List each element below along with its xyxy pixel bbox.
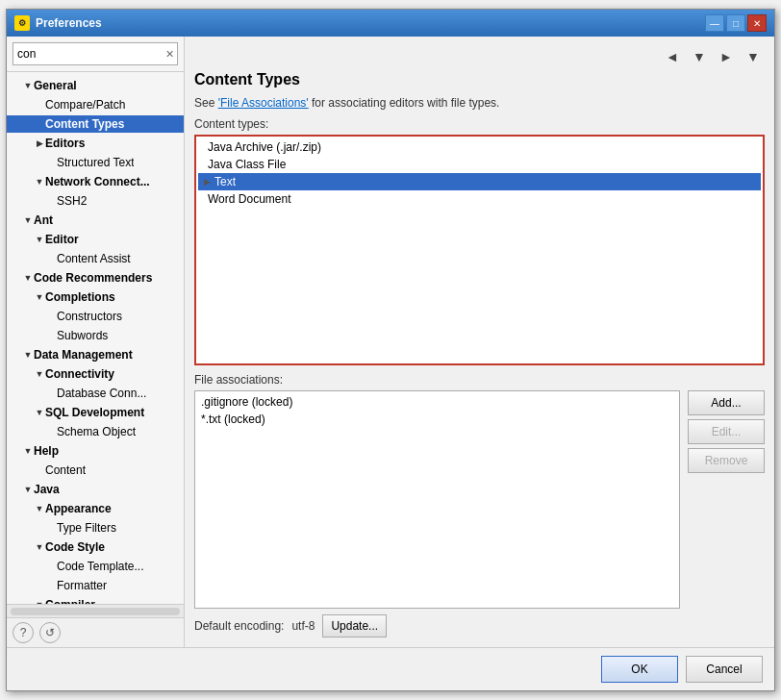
tree-item-constructors: Constructors: [7, 307, 184, 326]
tree-row-db-conn[interactable]: Database Conn...: [7, 385, 184, 402]
tree-row-compiler[interactable]: ▼ Compiler: [7, 596, 184, 604]
help-icon-button[interactable]: ?: [13, 622, 34, 643]
toggle-icon-type-filters: [45, 522, 57, 534]
content-type-item-class[interactable]: Java Class File: [198, 156, 761, 173]
toggle-icon-appearance: ▼: [34, 503, 45, 514]
search-container: ✕: [7, 37, 184, 72]
cancel-button[interactable]: Cancel: [686, 656, 763, 683]
tree-row-formatter[interactable]: Formatter: [7, 577, 184, 594]
tree-item-connectivity: ▼ Connectivity: [7, 364, 184, 384]
tree-item-ant: ▼ Ant: [7, 211, 184, 230]
file-associations-link[interactable]: 'File Associations': [218, 96, 309, 110]
title-bar-controls: — □ ✕: [705, 14, 767, 32]
update-encoding-button[interactable]: Update...: [322, 614, 387, 638]
menu-dropdown-button[interactable]: ▼: [742, 46, 765, 67]
tree-row-subwords[interactable]: Subwords: [7, 327, 184, 344]
left-panel: ✕ ▼ General: [7, 37, 185, 647]
tree-row-network[interactable]: ▼ Network Connect...: [7, 173, 184, 190]
toggle-icon-formatter: [45, 580, 57, 591]
toggle-icon-sql: ▼: [34, 407, 45, 418]
tree-label-help: Help: [34, 444, 59, 458]
window-title: Preferences: [36, 16, 102, 30]
ok-button[interactable]: OK: [601, 656, 678, 683]
tree-row-code-template[interactable]: Code Template...: [7, 558, 184, 575]
tree-row-ant-editor[interactable]: ▼ Editor: [7, 231, 184, 248]
tree-row-compare[interactable]: Compare/Patch: [7, 96, 184, 113]
tree-label-ant-editor: Editor: [45, 233, 79, 246]
minimize-button[interactable]: —: [705, 14, 724, 32]
tree-label-content-types: Content Types: [45, 117, 124, 131]
tree-row-help[interactable]: ▼ Help: [7, 442, 184, 460]
toggle-icon-content-types: [34, 118, 45, 130]
tree-label-type-filters: Type Filters: [57, 521, 116, 535]
title-bar: ⚙ Preferences — □ ✕: [7, 10, 774, 37]
panel-description: See 'File Associations' for associating …: [194, 96, 765, 110]
content-type-toggle-text: ▶: [204, 177, 211, 187]
tree-row-editors[interactable]: ▶ Editors: [7, 135, 184, 152]
remove-button[interactable]: Remove: [688, 448, 765, 473]
file-assoc-list[interactable]: .gitignore (locked) *.txt (locked): [194, 390, 680, 609]
tree-item-sql: ▼ SQL Development: [7, 403, 184, 422]
tree-row-code-recommenders[interactable]: ▼ Code Recommenders: [7, 269, 184, 287]
tree-label-db-conn: Database Conn...: [57, 387, 146, 400]
content-type-item-jar[interactable]: Java Archive (.jar/.zip): [198, 138, 761, 156]
tree-label-connectivity: Connectivity: [45, 367, 114, 381]
search-wrapper: ✕: [13, 42, 178, 65]
tree-row-structured-text[interactable]: Structured Text: [7, 154, 184, 171]
dialog-footer: OK Cancel: [7, 647, 774, 690]
tree-row-help-content[interactable]: Content: [7, 462, 184, 479]
maximize-button[interactable]: □: [726, 14, 745, 32]
add-button[interactable]: Add...: [688, 390, 765, 415]
search-input[interactable]: [13, 42, 178, 65]
tree-row-sql[interactable]: ▼ SQL Development: [7, 404, 184, 421]
toggle-icon-ssh2: [45, 195, 57, 207]
back-button[interactable]: ◄: [661, 46, 684, 67]
file-assoc-item-gitignore[interactable]: .gitignore (locked): [197, 393, 677, 411]
tree-row-content-types[interactable]: Content Types: [7, 115, 184, 133]
close-button[interactable]: ✕: [747, 14, 767, 32]
toggle-icon-editors: ▶: [34, 138, 45, 149]
file-assoc-section: File associations: .gitignore (locked) *…: [194, 373, 765, 609]
tree-item-schema: Schema Object: [7, 422, 184, 441]
tree-row-ant[interactable]: ▼ Ant: [7, 212, 184, 229]
tree-row-constructors[interactable]: Constructors: [7, 308, 184, 325]
content-type-item-word[interactable]: Word Document: [198, 190, 761, 208]
tree-item-code-template: Code Template...: [7, 557, 184, 576]
file-assoc-item-txt[interactable]: *.txt (locked): [197, 411, 677, 428]
content-types-box[interactable]: Java Archive (.jar/.zip) Java Class File…: [194, 135, 765, 365]
horizontal-scrollbar[interactable]: [7, 604, 184, 617]
tree-item-editors: ▶ Editors: [7, 134, 184, 153]
encoding-value: utf-8: [291, 619, 315, 633]
tree-row-connectivity[interactable]: ▼ Connectivity: [7, 365, 184, 383]
content-type-label-jar: Java Archive (.jar/.zip): [208, 140, 321, 154]
tree-row-schema[interactable]: Schema Object: [7, 423, 184, 440]
tree-row-ssh2[interactable]: SSH2: [7, 192, 184, 210]
content-types-label: Content types:: [194, 117, 765, 131]
toggle-icon-content-assist: [45, 253, 57, 264]
toggle-icon-data-mgmt: ▼: [22, 349, 34, 361]
tree-row-general[interactable]: ▼ General: [7, 77, 184, 94]
toggle-icon-code-template: [45, 561, 57, 572]
encoding-label: Default encoding:: [194, 619, 284, 633]
tree-row-java[interactable]: ▼ Java: [7, 481, 184, 498]
window-icon: ⚙: [14, 15, 30, 31]
edit-button[interactable]: Edit...: [688, 419, 765, 444]
search-clear-icon[interactable]: ✕: [165, 48, 174, 61]
tree-row-content-assist[interactable]: Content Assist: [7, 250, 184, 267]
tree-label-content-assist: Content Assist: [57, 252, 131, 265]
toggle-icon-ant: ▼: [22, 214, 34, 226]
restore-defaults-button[interactable]: ↺: [39, 622, 61, 643]
tree-container[interactable]: ▼ General Compare/Patch: [7, 72, 184, 604]
tree-row-type-filters[interactable]: Type Filters: [7, 519, 184, 537]
tree-row-completions[interactable]: ▼ Completions: [7, 288, 184, 306]
tree-row-data-mgmt[interactable]: ▼ Data Management: [7, 346, 184, 363]
tree-row-code-style[interactable]: ▼ Code Style: [7, 538, 184, 556]
content-type-label-class: Java Class File: [208, 158, 286, 171]
scrollbar-track: [11, 608, 180, 615]
content-type-item-text[interactable]: ▶ Text: [198, 173, 761, 190]
tree-label-java: Java: [34, 483, 60, 496]
forward-button[interactable]: ►: [715, 46, 738, 67]
tree-row-appearance[interactable]: ▼ Appearance: [7, 500, 184, 517]
toggle-icon-compare: [34, 99, 45, 111]
forward-dropdown-button[interactable]: ▼: [688, 46, 711, 67]
